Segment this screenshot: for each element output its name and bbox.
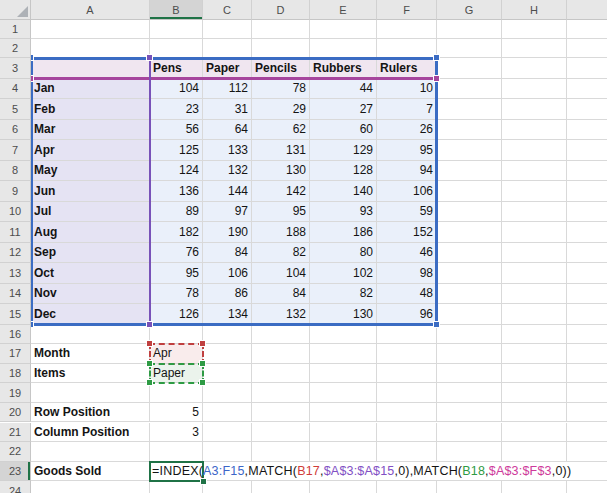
cell-H2[interactable] bbox=[502, 39, 567, 58]
row-header-19[interactable]: 19 bbox=[0, 383, 31, 403]
row-header-16[interactable]: 16 bbox=[0, 325, 31, 345]
cell-B24[interactable] bbox=[150, 481, 203, 493]
cell-H7[interactable] bbox=[502, 140, 567, 161]
cell-D1[interactable] bbox=[252, 20, 310, 39]
criteria-cell-items-handle-top-left[interactable] bbox=[146, 360, 153, 367]
cell-C20[interactable] bbox=[203, 403, 252, 423]
cell-D20[interactable] bbox=[252, 403, 310, 423]
cell-G19[interactable] bbox=[437, 383, 502, 403]
cell-A1[interactable] bbox=[31, 20, 150, 39]
cell-G20[interactable] bbox=[437, 403, 502, 423]
row-header-23[interactable]: 23 bbox=[0, 462, 31, 482]
cell-X21[interactable] bbox=[567, 423, 607, 443]
row-header-7[interactable]: 7 bbox=[0, 140, 31, 161]
purple-handle-bottom[interactable] bbox=[146, 321, 153, 328]
cell-C22[interactable] bbox=[203, 442, 252, 462]
row-header-17[interactable]: 17 bbox=[0, 344, 31, 364]
cell-X19[interactable] bbox=[567, 383, 607, 403]
criteria-cell-items-handle-top-right[interactable] bbox=[199, 360, 206, 367]
cell-C19[interactable] bbox=[203, 383, 252, 403]
cell-D19[interactable] bbox=[252, 383, 310, 403]
cell-B21[interactable]: 3 bbox=[150, 423, 203, 443]
cell-D2[interactable] bbox=[252, 39, 310, 58]
cell-G2[interactable] bbox=[437, 39, 502, 58]
cell-D17[interactable] bbox=[252, 344, 310, 364]
row-header-5[interactable]: 5 bbox=[0, 99, 31, 120]
col-header-D[interactable]: D bbox=[252, 0, 310, 20]
cell-G24[interactable] bbox=[437, 481, 502, 493]
row-header-6[interactable]: 6 bbox=[0, 120, 31, 141]
cell-F19[interactable] bbox=[377, 383, 437, 403]
row-header-21[interactable]: 21 bbox=[0, 423, 31, 443]
row-header-10[interactable]: 10 bbox=[0, 202, 31, 223]
cell-A2[interactable] bbox=[31, 39, 150, 58]
cell-X5[interactable] bbox=[567, 99, 607, 120]
cell-G14[interactable] bbox=[437, 284, 502, 305]
cell-G10[interactable] bbox=[437, 202, 502, 223]
cell-X20[interactable] bbox=[567, 403, 607, 423]
col-header-A[interactable]: A bbox=[31, 0, 150, 20]
row-header-11[interactable]: 11 bbox=[0, 222, 31, 243]
cell-F16[interactable] bbox=[377, 325, 437, 345]
cell-H24[interactable] bbox=[502, 481, 567, 493]
cell-X2[interactable] bbox=[567, 39, 607, 58]
cell-G12[interactable] bbox=[437, 243, 502, 264]
cell-B22[interactable] bbox=[150, 442, 203, 462]
cell-C24[interactable] bbox=[203, 481, 252, 493]
row-header-12[interactable]: 12 bbox=[0, 243, 31, 264]
cell-F17[interactable] bbox=[377, 344, 437, 364]
cell-H19[interactable] bbox=[502, 383, 567, 403]
cell-G11[interactable] bbox=[437, 222, 502, 243]
cell-B16[interactable] bbox=[150, 325, 203, 345]
cell-H15[interactable] bbox=[502, 304, 567, 325]
cell-H1[interactable] bbox=[502, 20, 567, 39]
cell-H12[interactable] bbox=[502, 243, 567, 264]
cell-E19[interactable] bbox=[310, 383, 377, 403]
cell-H8[interactable] bbox=[502, 161, 567, 182]
cell-H4[interactable] bbox=[502, 79, 567, 100]
blue-handle-top-right[interactable] bbox=[433, 54, 440, 61]
row-header-15[interactable]: 15 bbox=[0, 304, 31, 325]
cell-D21[interactable] bbox=[252, 423, 310, 443]
cell-G21[interactable] bbox=[437, 423, 502, 443]
cell-D22[interactable] bbox=[252, 442, 310, 462]
cell-F2[interactable] bbox=[377, 39, 437, 58]
cell-X17[interactable] bbox=[567, 344, 607, 364]
cell-H10[interactable] bbox=[502, 202, 567, 223]
cell-H17[interactable] bbox=[502, 344, 567, 364]
purple-handle-top[interactable] bbox=[146, 54, 153, 61]
cell-G5[interactable] bbox=[437, 99, 502, 120]
cell-E24[interactable] bbox=[310, 481, 377, 493]
cell-H18[interactable] bbox=[502, 364, 567, 384]
cell-F24[interactable] bbox=[377, 481, 437, 493]
cell-D24[interactable] bbox=[252, 481, 310, 493]
col-header-B[interactable]: B bbox=[150, 0, 203, 20]
cell-A16[interactable] bbox=[31, 325, 150, 345]
cell-E2[interactable] bbox=[310, 39, 377, 58]
cell-X18[interactable] bbox=[567, 364, 607, 384]
cell-E21[interactable] bbox=[310, 423, 377, 443]
cell-X1[interactable] bbox=[567, 20, 607, 39]
cell-G9[interactable] bbox=[437, 181, 502, 202]
row-header-2[interactable]: 2 bbox=[0, 39, 31, 58]
cell-B2[interactable] bbox=[150, 39, 203, 58]
cell-X4[interactable] bbox=[567, 79, 607, 100]
cell-G13[interactable] bbox=[437, 263, 502, 284]
cell-X11[interactable] bbox=[567, 222, 607, 243]
col-header-H[interactable]: H bbox=[502, 0, 567, 20]
cell-C16[interactable] bbox=[203, 325, 252, 345]
cell-G3[interactable] bbox=[437, 58, 502, 79]
cell-D16[interactable] bbox=[252, 325, 310, 345]
cell-E17[interactable] bbox=[310, 344, 377, 364]
cell-F1[interactable] bbox=[377, 20, 437, 39]
cell-A20[interactable]: Row Position bbox=[31, 403, 150, 423]
cell-H14[interactable] bbox=[502, 284, 567, 305]
row-header-4[interactable]: 4 bbox=[0, 79, 31, 100]
row-header-20[interactable]: 20 bbox=[0, 403, 31, 423]
col-header-C[interactable]: C bbox=[203, 0, 252, 20]
cell-A21[interactable]: Column Position bbox=[31, 423, 150, 443]
cell-E16[interactable] bbox=[310, 325, 377, 345]
row-header-18[interactable]: 18 bbox=[0, 364, 31, 384]
blue-handle-bottom-right[interactable] bbox=[433, 321, 440, 328]
cell-G22[interactable] bbox=[437, 442, 502, 462]
